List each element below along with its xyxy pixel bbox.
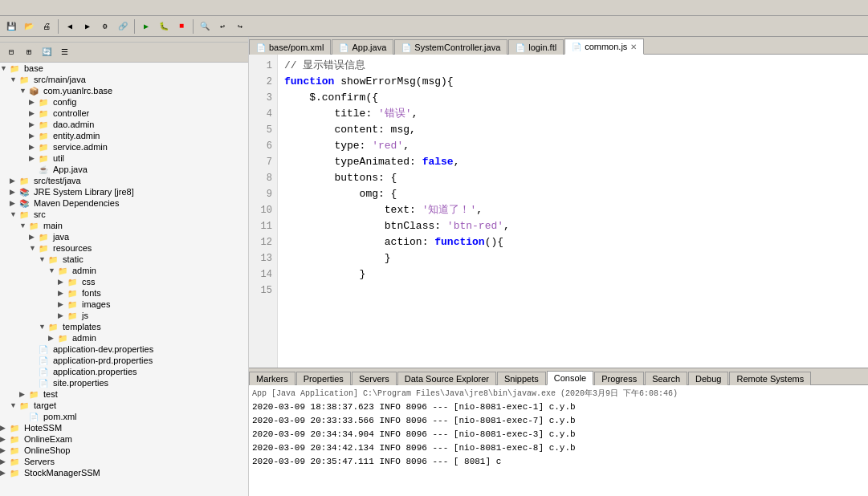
- sidebar-item-base[interactable]: ▼📁base: [0, 63, 248, 74]
- menu-project[interactable]: [90, 7, 96, 9]
- sidebar-item-jre-system[interactable]: ▶📚JRE System Library [jre8]: [0, 186, 248, 197]
- main-layout: ⊟ ⊞ 🔄 ☰ ▼📁base ▼📁src/main/java ▼📦com.yua…: [0, 37, 868, 496]
- menu-file[interactable]: [3, 7, 10, 9]
- console-output[interactable]: App [Java Application] C:\Program Files\…: [249, 385, 868, 496]
- editor-tab-syscontroller[interactable]: 📄SystemController.java: [394, 39, 507, 55]
- tree-arrow: ▼: [10, 210, 19, 218]
- toolbar-btn-10[interactable]: ↪: [232, 18, 248, 35]
- bottom-tab-debug[interactable]: Debug: [688, 372, 728, 385]
- sidebar-collapse-btn[interactable]: ⊟: [3, 44, 19, 60]
- editor-tab-bar: 📄base/pom.xml📄App.java📄SystemController.…: [249, 37, 868, 55]
- toolbar-btn-9[interactable]: ↩: [214, 18, 230, 35]
- toolbar-btn-2[interactable]: 📂: [21, 18, 37, 35]
- tab-icon: 📄: [256, 43, 266, 52]
- sidebar-item-fonts[interactable]: ▶📁fonts: [0, 287, 248, 299]
- sidebar-item-service-admin[interactable]: ▶📁service.admin: [0, 141, 248, 152]
- sidebar-item-static[interactable]: ▼📁static: [0, 254, 248, 265]
- sidebar-item-images[interactable]: ▶📁images: [0, 299, 248, 310]
- sidebar-item-app-props[interactable]: 📄application.properties: [0, 366, 248, 377]
- sidebar-item-util[interactable]: ▶📁util: [0, 152, 248, 164]
- sidebar-item-dao-admin[interactable]: ▶📁dao.admin: [0, 119, 248, 130]
- menu-source[interactable]: [32, 7, 39, 9]
- bottom-tab-servers[interactable]: Servers: [352, 372, 397, 385]
- tree-label: src/test/java: [34, 176, 248, 185]
- sidebar-item-admin2[interactable]: ▶📁admin: [0, 332, 248, 344]
- sidebar-item-controller[interactable]: ▶📁controller: [0, 108, 248, 119]
- sidebar-item-online-exam[interactable]: ▶📁OnlineExam: [0, 433, 248, 445]
- sidebar-item-target[interactable]: ▼📁target: [0, 400, 248, 411]
- menu-navigate[interactable]: [61, 7, 67, 9]
- tree-arrow: ▶: [58, 311, 67, 319]
- line-number-6: 6: [249, 138, 277, 154]
- stop-button[interactable]: ■: [173, 18, 189, 35]
- sidebar-item-stock-manager[interactable]: ▶📁StockManagerSSM: [0, 467, 248, 478]
- sidebar-item-src[interactable]: ▼📁src: [0, 209, 248, 220]
- toolbar-btn-7[interactable]: 🔗: [115, 18, 131, 35]
- menu-window[interactable]: [119, 7, 125, 9]
- toolbar-btn-1[interactable]: 💾: [3, 18, 19, 35]
- toolbar: 💾 📂 🖨 ◀ ▶ ⚙ 🔗 ▶ 🐛 ■ 🔍 ↩ ↪: [0, 16, 868, 37]
- tree-icon: 📁: [39, 154, 51, 163]
- editor-tab-appjava[interactable]: 📄App.java: [332, 39, 393, 55]
- sidebar-item-src-test-java[interactable]: ▶📁src/test/java: [0, 175, 248, 186]
- sidebar-item-site-props[interactable]: 📄site.properties: [0, 377, 248, 388]
- sidebar-item-java[interactable]: ▶📁java: [0, 231, 248, 242]
- menu-run[interactable]: [104, 7, 111, 9]
- sidebar-item-admin[interactable]: ▼📁admin: [0, 265, 248, 276]
- tree-label: css: [82, 277, 248, 287]
- sidebar-expand-btn[interactable]: ⊞: [21, 44, 37, 60]
- sidebar-item-src-main-java[interactable]: ▼📁src/main/java: [0, 74, 248, 85]
- menu-search[interactable]: [75, 7, 82, 9]
- sidebar-item-templates[interactable]: ▼📁templates: [0, 321, 248, 332]
- tree-label: OnlineExam: [24, 434, 248, 444]
- debug-button[interactable]: 🐛: [156, 18, 172, 35]
- sidebar-item-app-prd[interactable]: 📄application-prd.properties: [0, 355, 248, 366]
- tree-label: admin: [72, 266, 248, 275]
- sidebar-item-app-java[interactable]: ☕App.java: [0, 164, 248, 175]
- sidebar-item-servers[interactable]: ▶📁Servers: [0, 456, 248, 467]
- sidebar-item-hotessm[interactable]: ▶📁HoteSSM: [0, 422, 248, 433]
- bottom-tab-remote[interactable]: Remote Systems: [729, 372, 811, 385]
- tree-label: dao.admin: [53, 120, 248, 129]
- sidebar-filter-btn[interactable]: ☰: [56, 44, 72, 60]
- sidebar-item-main[interactable]: ▼📁main: [0, 220, 248, 231]
- code-content[interactable]: // 显示错误信息function showErrorMsg(msg){ $.c…: [278, 55, 868, 368]
- toolbar-btn-3[interactable]: 🖨: [39, 18, 55, 35]
- sidebar-sync-btn[interactable]: 🔄: [39, 44, 55, 60]
- sidebar-item-js[interactable]: ▶📁js: [0, 310, 248, 321]
- menu-edit[interactable]: [18, 7, 24, 9]
- sidebar-item-maven-dep[interactable]: ▶📚Maven Dependencies: [0, 197, 248, 209]
- bottom-tab-properties[interactable]: Properties: [296, 372, 351, 385]
- toolbar-sep-2: [134, 19, 135, 34]
- sidebar-item-config[interactable]: ▶📁config: [0, 96, 248, 108]
- sidebar-item-app-dev[interactable]: 📄application-dev.properties: [0, 344, 248, 355]
- menu-refactor[interactable]: [47, 7, 53, 9]
- tab-icon: 📄: [339, 43, 348, 52]
- run-button[interactable]: ▶: [138, 18, 154, 35]
- bottom-tab-snippets[interactable]: Snippets: [497, 372, 546, 385]
- tab-close-icon[interactable]: ✕: [630, 43, 637, 51]
- bottom-tab-markers[interactable]: Markers: [249, 372, 295, 385]
- editor-tab-pom[interactable]: 📄base/pom.xml: [249, 39, 331, 55]
- editor-tab-login[interactable]: 📄login.ftl: [508, 39, 564, 55]
- sidebar-item-com-yuanlrc-base[interactable]: ▼📦com.yuanlrc.base: [0, 85, 248, 96]
- sidebar-item-online-shop[interactable]: ▶📁OnlineShop: [0, 445, 248, 456]
- sidebar-item-test[interactable]: ▶📁test: [0, 388, 248, 400]
- menu-help[interactable]: [133, 7, 140, 9]
- bottom-tab-console[interactable]: Console: [547, 371, 593, 385]
- bottom-tab-datasource[interactable]: Data Source Explorer: [397, 372, 496, 385]
- sidebar-item-pom-xml[interactable]: 📄pom.xml: [0, 411, 248, 422]
- sidebar-item-css[interactable]: ▶📁css: [0, 276, 248, 287]
- code-editor[interactable]: 123456789101112131415 // 显示错误信息function …: [249, 55, 868, 368]
- tree-label: test: [43, 389, 248, 399]
- toolbar-btn-5[interactable]: ▶: [79, 18, 96, 35]
- sidebar-item-resources[interactable]: ▼📁resources: [0, 242, 248, 254]
- sidebar-item-entity-admin[interactable]: ▶📁entity.admin: [0, 130, 248, 141]
- tree-icon: 📁: [39, 143, 51, 152]
- bottom-tab-search[interactable]: Search: [645, 372, 687, 385]
- toolbar-btn-6[interactable]: ⚙: [97, 18, 113, 35]
- toolbar-btn-8[interactable]: 🔍: [197, 18, 213, 35]
- toolbar-btn-4[interactable]: ◀: [62, 18, 78, 35]
- bottom-tab-progress[interactable]: Progress: [594, 372, 644, 385]
- editor-tab-commonjs[interactable]: 📄common.js✕: [564, 39, 644, 55]
